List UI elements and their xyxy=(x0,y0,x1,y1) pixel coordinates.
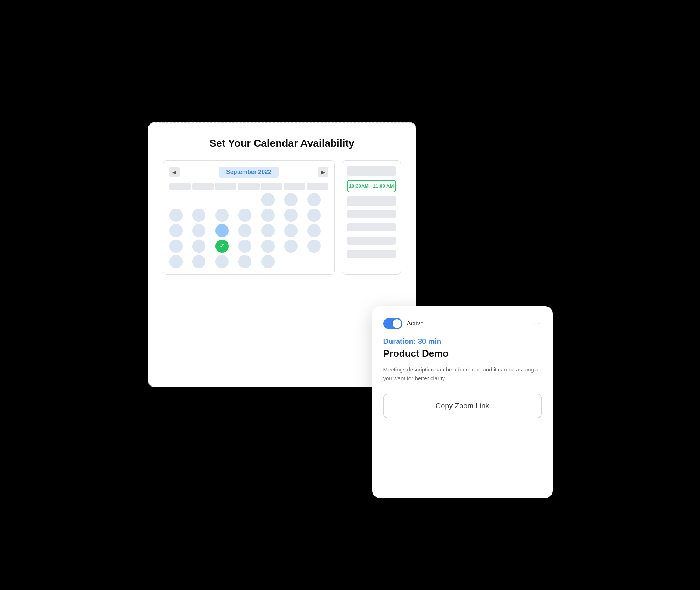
cal-cell[interactable] xyxy=(192,209,205,222)
cal-cell[interactable] xyxy=(284,193,298,206)
cal-cell[interactable] xyxy=(169,224,183,237)
time-slots-panel: 10:30AM - 11:00 AM xyxy=(342,160,401,275)
calendar-grid-panel: ◀ September 2022 ▶ xyxy=(163,160,335,275)
toggle-group: Active xyxy=(383,318,424,329)
day-thu xyxy=(261,183,282,190)
day-mon xyxy=(192,183,214,190)
calendar-header: ◀ September 2022 ▶ xyxy=(169,167,328,178)
active-toggle[interactable] xyxy=(383,318,402,329)
active-label: Active xyxy=(407,320,424,327)
time-slot-bar[interactable] xyxy=(347,210,396,218)
cal-cell[interactable] xyxy=(307,240,321,253)
cal-cell[interactable] xyxy=(192,224,205,237)
cal-cell[interactable] xyxy=(307,193,321,206)
cal-cell[interactable] xyxy=(169,255,183,268)
time-slot-bar[interactable] xyxy=(347,237,396,245)
more-options-button[interactable]: ··· xyxy=(533,319,542,328)
cal-cell[interactable] xyxy=(192,240,205,253)
cal-cell[interactable] xyxy=(238,224,251,237)
cal-cell[interactable] xyxy=(261,255,275,268)
cal-cell[interactable] xyxy=(169,240,183,253)
day-sat xyxy=(307,183,328,190)
day-fri xyxy=(284,183,305,190)
cal-cell[interactable] xyxy=(284,209,298,222)
cal-cell xyxy=(238,193,251,206)
calendar-grid xyxy=(169,193,328,268)
duration-label: Duration: 30 min xyxy=(383,337,542,346)
cal-cell xyxy=(307,255,321,268)
cal-cell[interactable] xyxy=(169,209,183,222)
cal-cell[interactable] xyxy=(215,255,229,268)
cal-cell[interactable] xyxy=(261,224,275,237)
day-wed xyxy=(238,183,259,190)
time-slot-bar[interactable] xyxy=(347,223,396,231)
time-slot-selected[interactable]: 10:30AM - 11:00 AM xyxy=(347,180,396,192)
cal-cell-selected[interactable] xyxy=(215,224,229,237)
prev-month-button[interactable]: ◀ xyxy=(169,167,180,177)
toggle-knob xyxy=(393,319,401,328)
cal-cell[interactable] xyxy=(238,209,251,222)
cal-cell xyxy=(192,193,205,206)
cal-cell[interactable] xyxy=(261,209,275,222)
detail-card-header: Active ··· xyxy=(383,318,542,329)
cal-cell[interactable] xyxy=(307,209,321,222)
cal-cell[interactable] xyxy=(307,224,321,237)
cal-cell[interactable] xyxy=(238,255,251,268)
cal-cell[interactable] xyxy=(284,240,298,253)
cal-cell xyxy=(284,255,298,268)
copy-zoom-link-button[interactable]: Copy Zoom Link xyxy=(383,394,542,418)
time-slot-bar[interactable] xyxy=(347,196,396,206)
cal-cell[interactable] xyxy=(261,193,275,206)
cal-cell[interactable] xyxy=(261,240,275,253)
detail-card: Active ··· Duration: 30 min Product Demo… xyxy=(372,306,553,498)
day-sun xyxy=(169,183,191,190)
month-label: September 2022 xyxy=(219,167,279,178)
cal-cell[interactable] xyxy=(192,255,205,268)
time-slot-bar[interactable] xyxy=(347,250,396,258)
cal-cell-checked[interactable] xyxy=(215,240,229,253)
cal-cell xyxy=(215,193,229,206)
meeting-description: Meetings description can be added here a… xyxy=(383,365,542,384)
cal-cell xyxy=(169,193,183,206)
days-header xyxy=(169,183,328,190)
cal-cell[interactable] xyxy=(238,240,251,253)
page-title: Set Your Calendar Availability xyxy=(163,137,401,149)
day-tue xyxy=(215,183,236,190)
cal-cell[interactable] xyxy=(284,224,298,237)
meeting-title: Product Demo xyxy=(383,348,542,359)
time-slot-bar[interactable] xyxy=(347,166,396,176)
next-month-button[interactable]: ▶ xyxy=(318,167,328,177)
cal-cell[interactable] xyxy=(215,209,229,222)
